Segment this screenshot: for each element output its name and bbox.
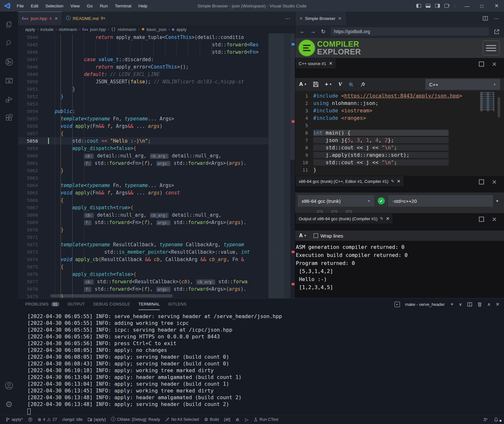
source-pane-tab[interactable]: C++ source #1 ✕: [295, 58, 336, 69]
git-branch-item[interactable]: apply*: [3, 415, 25, 424]
back-icon[interactable]: ←: [300, 28, 305, 35]
close-panel-icon[interactable]: ✕: [496, 302, 499, 307]
close-tab-icon[interactable]: ✕: [54, 16, 58, 21]
maximize-pane-icon[interactable]: [479, 179, 484, 184]
customize-layout-icon[interactable]: [444, 4, 449, 8]
compiler-explorer-logo-icon[interactable]: [300, 41, 314, 55]
breadcrumb-item[interactable]: nlohmann: [59, 27, 77, 32]
maximize-button[interactable]: □: [474, 0, 489, 12]
breadcrumb-item[interactable]: include: [40, 27, 53, 32]
options-dropdown-icon[interactable]: ▼: [493, 199, 501, 203]
cmake-icon[interactable]: [1, 72, 17, 89]
toggle-panel-icon[interactable]: [426, 4, 431, 8]
compiler-select[interactable]: x86-64 gcc (trunk)▼: [298, 195, 374, 207]
breadcrumb-item[interactable]: nlohmann: [118, 27, 136, 32]
source-control-icon[interactable]: [1, 53, 17, 70]
cmake-folder-item[interactable]: [apply]: [85, 415, 108, 424]
editor-more-actions-icon[interactable]: ⋯: [285, 12, 290, 25]
notifications-bell-item[interactable]: [491, 417, 501, 422]
reload-icon[interactable]: ↻: [321, 28, 325, 35]
font-size-button[interactable]: A▼: [299, 233, 306, 239]
maximize-pane-icon[interactable]: [479, 217, 484, 222]
minimap[interactable]: [268, 33, 290, 298]
build-item[interactable]: ⚙ Build: [202, 415, 221, 424]
edit-title-icon[interactable]: ✎: [391, 179, 394, 184]
menu-help[interactable]: Help: [135, 2, 150, 10]
more-actions-icon[interactable]: ⋯: [494, 15, 499, 22]
maximize-panel-icon[interactable]: ∧: [487, 302, 490, 307]
settings-gear-icon[interactable]: ⚙: [1, 396, 17, 413]
code-editor[interactable]: 5044 return apply_make_tuple<ConstThis>(…: [18, 33, 295, 298]
godbolt-source-editor[interactable]: 1#include <https://localhost:8443/apply/…: [295, 91, 504, 176]
breadcrumb-item[interactable]: apply: [25, 27, 35, 32]
terminal-dropdown-icon[interactable]: ∨: [459, 302, 462, 307]
launch-item[interactable]: ▷: [243, 415, 251, 424]
sync-item[interactable]: [26, 415, 35, 424]
compiler-pane-tab[interactable]: x86-64 gcc (trunk) (C++, Editor #1, Comp…: [295, 176, 404, 187]
menu-file[interactable]: File: [14, 2, 27, 10]
panel-tab-debug-console[interactable]: DEBUG CONSOLE: [93, 298, 130, 310]
search-button[interactable]: [348, 82, 354, 87]
scrollbar[interactable]: [498, 97, 500, 117]
menu-selection[interactable]: Selection: [43, 2, 66, 10]
close-tab-icon[interactable]: ✕: [338, 16, 342, 21]
font-size-button[interactable]: A▼: [299, 81, 307, 88]
panel-tab-output[interactable]: OUTPUT: [68, 298, 85, 310]
language-select[interactable]: C++▼: [425, 79, 500, 90]
menu-run[interactable]: Run: [97, 2, 111, 10]
problems-item[interactable]: ⊗ 4 ⚠ 27: [35, 415, 59, 424]
close-pane-icon[interactable]: ✕: [386, 216, 390, 221]
close-pane-icon[interactable]: ✕: [492, 216, 497, 223]
toggle-secondary-sidebar-icon[interactable]: [435, 4, 440, 8]
save-button[interactable]: [313, 82, 318, 87]
cmake-status-item[interactable]: ⓘ CMake: [Debug]: Ready: [109, 415, 162, 424]
close-pane-icon[interactable]: ✕: [397, 179, 401, 184]
kit-item[interactable]: No Kit Selected: [163, 415, 201, 424]
wrap-lines-checkbox[interactable]: Wrap lines: [314, 233, 343, 239]
hamburger-menu-icon[interactable]: [483, 41, 499, 55]
panel-tab-problems[interactable]: PROBLEMS31: [25, 298, 59, 310]
toggle-sidebar-icon[interactable]: [416, 4, 421, 8]
close-pane-icon[interactable]: ✕: [492, 61, 497, 68]
menu-go[interactable]: Go: [84, 2, 96, 10]
tab-simple-browser[interactable]: ≡ Simple Browser ✕: [295, 12, 346, 25]
panel-tab-terminal[interactable]: TERMINAL: [139, 298, 160, 310]
add-pane-button[interactable]: +▼: [325, 81, 332, 88]
tab-json-hpp[interactable]: C++ json.hpp 4 ✕: [18, 12, 62, 25]
menu-view[interactable]: View: [68, 2, 83, 10]
explorer-icon[interactable]: [1, 16, 17, 33]
edit-title-icon[interactable]: ✎: [380, 216, 383, 221]
horizontal-scrollbar[interactable]: [50, 294, 173, 297]
terminal-session-label[interactable]: make - serve_header: [405, 302, 445, 307]
search-icon[interactable]: [1, 35, 17, 52]
pin-button[interactable]: [360, 82, 365, 87]
clangd-status-item[interactable]: clangd: idle: [60, 415, 85, 424]
tab-readme-md[interactable]: ⓘ README.md 9+: [62, 12, 110, 25]
output-pane-tab[interactable]: Output of x86-64 gcc (trunk) (Compiler #…: [295, 213, 393, 224]
account-icon[interactable]: [1, 377, 17, 394]
scrollbar[interactable]: [290, 33, 295, 160]
split-terminal-icon[interactable]: [467, 302, 472, 307]
compiler-explorer-title[interactable]: COMPILER EXPLORER: [317, 40, 361, 56]
maximize-pane-icon[interactable]: [479, 61, 484, 67]
close-pane-icon[interactable]: ✕: [329, 61, 333, 66]
debug-item[interactable]: [233, 415, 242, 424]
breadcrumb-item[interactable]: apply: [177, 27, 187, 32]
run-debug-icon[interactable]: [1, 91, 17, 108]
feedback-item[interactable]: [481, 417, 490, 422]
terminal-output[interactable]: [2022-04-30 06:05:55] INFO: serve_header…: [18, 310, 504, 415]
split-editor-icon[interactable]: [483, 16, 488, 21]
close-button[interactable]: ✕: [489, 0, 504, 12]
build-target-item[interactable]: [all]: [222, 415, 232, 424]
breadcrumb-item[interactable]: basic_json: [147, 27, 166, 32]
kill-terminal-icon[interactable]: [477, 302, 482, 307]
new-terminal-icon[interactable]: +: [451, 301, 454, 307]
minimize-button[interactable]: —: [460, 0, 474, 12]
compiler-options-input[interactable]: -std=c++20: [388, 195, 493, 207]
panel-tab-gitlens[interactable]: GITLENS: [168, 298, 186, 310]
ctest-item[interactable]: Run CTest: [251, 415, 280, 424]
open-external-icon[interactable]: [494, 29, 499, 34]
url-input[interactable]: https://godbolt.org: [331, 27, 489, 36]
vim-toggle-button[interactable]: V: [338, 81, 342, 88]
forward-icon[interactable]: →: [310, 28, 316, 35]
